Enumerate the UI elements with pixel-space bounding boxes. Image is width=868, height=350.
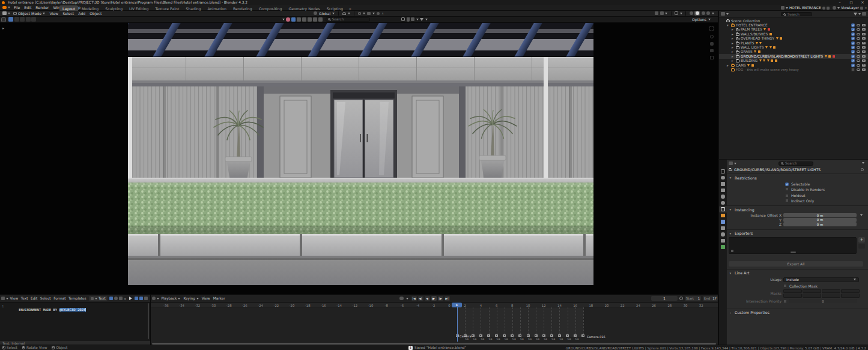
timeline-editor-type-button[interactable] — [152, 297, 159, 300]
holdout-checkbox[interactable] — [785, 194, 789, 198]
outliner-row-fog[interactable]: FOG- this will make scene very heavy — [719, 67, 868, 71]
camera-marker-icon[interactable] — [550, 334, 553, 337]
frame-tick[interactable]: 26 — [652, 304, 656, 307]
exclude-checkbox[interactable] — [851, 64, 855, 67]
frame-tick[interactable]: 16 — [573, 304, 577, 307]
collapse-chevron-icon[interactable] — [282, 19, 285, 20]
hide-in-viewport-icon[interactable] — [857, 55, 860, 58]
properties-tab-output[interactable] — [719, 181, 727, 187]
properties-tab-collection[interactable] — [719, 206, 727, 213]
camera-marker-icon[interactable] — [542, 334, 545, 337]
current-frame-field[interactable]: 1 — [651, 296, 678, 301]
exclude-checkbox[interactable] — [851, 46, 855, 49]
orientation-dropdown[interactable]: Global — [319, 11, 330, 16]
pan-gizmo-icon[interactable] — [710, 42, 714, 46]
viewport-menu-view[interactable]: View — [49, 11, 58, 16]
tool-search-input[interactable]: Search — [326, 17, 370, 22]
shading-solid-icon[interactable] — [696, 11, 699, 15]
text-unlink-icon[interactable]: × — [124, 297, 127, 301]
disable-in-renders-checkbox[interactable] — [785, 187, 789, 191]
link-toggle-icon[interactable] — [401, 17, 405, 21]
timeline-menu-playback[interactable]: Playback — [162, 297, 181, 300]
text-datablock[interactable]: Text — [89, 296, 108, 301]
toolbar-expand-icon[interactable]: ▸ — [2, 26, 4, 30]
3d-viewport[interactable]: ▸ — [0, 23, 718, 294]
list-grip-icon[interactable] — [791, 252, 796, 253]
camera-marker-icon[interactable] — [472, 334, 475, 337]
mode-dropdown[interactable]: Object Mode — [13, 11, 45, 16]
exclude-checkbox[interactable] — [851, 23, 855, 27]
mask-cell-5[interactable] — [783, 294, 802, 298]
hide-in-viewport-icon[interactable] — [857, 24, 860, 26]
view-layer-selector[interactable]: ViewLayer × — [833, 5, 867, 10]
properties-tab-object-data[interactable] — [719, 244, 727, 250]
camera-gizmo-icon[interactable] — [710, 49, 714, 52]
frame-tick[interactable]: 22 — [621, 304, 625, 307]
prev-keyframe-button[interactable]: ◀| — [418, 296, 423, 301]
hide-in-viewport-icon[interactable] — [857, 68, 860, 71]
mask-cell-8[interactable] — [841, 294, 860, 298]
editor-type-button[interactable] — [2, 11, 10, 15]
menu-edit[interactable]: Edit — [24, 5, 31, 10]
viewport-menu-add[interactable]: Add — [78, 11, 85, 16]
select-mode-intersect-icon[interactable] — [31, 17, 36, 22]
disclosure-triangle-icon[interactable]: ▸ — [731, 55, 734, 58]
outliner-row-hotel-entrance[interactable]: ▾HOTEL ENTRANCE — [719, 23, 868, 27]
frame-tick[interactable]: 0 — [448, 304, 450, 307]
outliner-search-input[interactable]: Search — [781, 12, 812, 16]
outliner-row-ground-curbs-island-road-street-lights[interactable]: ▸GROUND/CURBS/ISLAND/ROAD/STREET LIGHTS — [719, 54, 868, 58]
pin-scene-icon[interactable] — [822, 7, 825, 10]
select-mode-set-icon[interactable] — [8, 17, 13, 22]
exporters-list[interactable] — [729, 237, 857, 254]
instancing-panel-header[interactable]: ▾Instancing — [729, 207, 868, 212]
disable-in-renders-icon[interactable] — [862, 46, 866, 49]
outliner-row-wall-lights[interactable]: ▸WALL LIGHTS — [719, 45, 868, 49]
nav-gizmo-icon[interactable] — [709, 26, 714, 31]
text-menu-view[interactable]: View — [10, 297, 19, 300]
camera-marker-icon[interactable] — [495, 334, 498, 337]
shading-material-icon[interactable] — [702, 11, 705, 15]
mask-cell-6[interactable] — [803, 294, 821, 298]
playhead[interactable] — [457, 303, 458, 342]
line-numbers-toggle-icon[interactable] — [135, 297, 138, 300]
text-editor-scrollbar[interactable] — [148, 303, 150, 339]
filter-toggle-icon-4[interactable] — [308, 17, 312, 22]
outliner-row-building[interactable]: ▸BUILDING — [719, 59, 868, 63]
menu-file[interactable]: File — [14, 5, 20, 10]
text-menu-templates[interactable]: Templates — [68, 297, 86, 300]
select-mode-subtract-icon[interactable] — [20, 17, 25, 22]
disclosure-triangle-icon[interactable]: ▸ — [731, 28, 734, 31]
frame-tick[interactable]: 2 — [464, 304, 466, 307]
text-menu-format[interactable]: Format — [53, 297, 65, 300]
frame-tick[interactable]: -4 — [416, 304, 419, 307]
disclosure-triangle-icon[interactable]: ▸ — [731, 50, 734, 53]
outliner-row-plants[interactable]: ▸PLANTS — [719, 41, 868, 45]
camera-marker-icon[interactable] — [558, 334, 561, 337]
text-editor-type-button[interactable] — [1, 297, 8, 300]
current-frame-badge[interactable]: 1 — [452, 303, 462, 307]
jump-to-start-button[interactable]: |◀ — [411, 296, 417, 301]
disable-in-renders-icon[interactable] — [862, 50, 866, 53]
run-script-button[interactable] — [129, 297, 132, 300]
properties-tab-particles[interactable] — [719, 225, 727, 232]
frame-tick[interactable]: -6 — [401, 304, 404, 307]
mask-cell-2[interactable] — [803, 289, 821, 294]
filter-toggle-icon-3[interactable] — [302, 17, 306, 22]
filter-toggle-icon-6[interactable] — [318, 17, 323, 22]
disable-in-renders-icon[interactable] — [862, 64, 866, 67]
filter-funnel-icon[interactable] — [420, 18, 423, 21]
scene-selector[interactable]: HOTEL ENTRANCE — [781, 5, 830, 10]
frame-tick[interactable]: -24 — [258, 304, 263, 307]
camera-marker-icon[interactable] — [479, 334, 482, 337]
camera-marker-icon[interactable] — [518, 334, 521, 337]
frame-tick[interactable]: -26 — [242, 304, 247, 307]
outliner-row-overhead-thingy[interactable]: ▸OVERHEAD THINGY — [719, 37, 868, 41]
mask-cell-1[interactable] — [783, 289, 802, 294]
exclude-checkbox[interactable] — [851, 50, 855, 53]
active-tool-button[interactable] — [1, 17, 6, 22]
options-dropdown[interactable]: Options — [692, 17, 711, 23]
camera-marker-icon[interactable] — [566, 334, 569, 337]
frame-tick[interactable]: -16 — [321, 304, 326, 307]
exporters-panel-header[interactable]: ▾Exporters — [729, 231, 868, 236]
new-view-layer-icon[interactable] — [860, 7, 863, 10]
